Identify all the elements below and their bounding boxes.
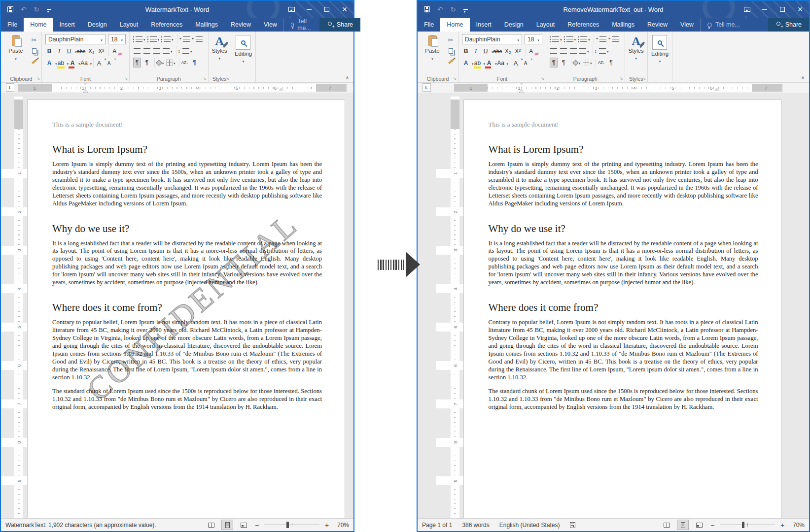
- text-effects-button[interactable]: A: [462, 58, 470, 68]
- word-count-status[interactable]: 386 words: [462, 522, 489, 529]
- tab-selector-button[interactable]: [6, 83, 14, 92]
- bullets-button[interactable]: [133, 34, 145, 44]
- show-paragraph-marks-button[interactable]: ¶: [607, 58, 615, 67]
- underline-button[interactable]: U: [65, 46, 73, 56]
- styles-button[interactable]: A Styles: [629, 34, 644, 61]
- align-right-button[interactable]: [569, 46, 577, 56]
- line-spacing-button[interactable]: [178, 46, 192, 56]
- zoom-slider[interactable]: [264, 525, 319, 525]
- copy-button[interactable]: [447, 46, 455, 56]
- sort-button[interactable]: AZ↓: [598, 58, 605, 67]
- underline-button[interactable]: U: [482, 46, 490, 56]
- ribbon-tab[interactable]: References: [561, 18, 605, 32]
- align-center-button[interactable]: [560, 46, 567, 56]
- font-color-button[interactable]: A: [485, 58, 493, 68]
- ribbon-tab[interactable]: Review: [224, 18, 257, 32]
- collapse-ribbon-icon[interactable]: [801, 75, 805, 80]
- zoom-level[interactable]: 70%: [790, 522, 805, 529]
- clipboard-dialog-launcher-icon[interactable]: [453, 76, 457, 81]
- paste-button[interactable]: Paste: [421, 34, 444, 66]
- font-color-button[interactable]: A: [69, 58, 76, 68]
- format-painter-button[interactable]: [447, 57, 455, 66]
- font-size-select[interactable]: 18: [525, 34, 542, 44]
- increase-indent-button[interactable]: [608, 34, 619, 44]
- styles-dialog-launcher-icon[interactable]: [642, 76, 646, 81]
- grow-font-button[interactable]: A: [512, 58, 520, 68]
- zoom-slider[interactable]: [720, 525, 775, 525]
- tab-selector-button[interactable]: [423, 83, 431, 92]
- ribbon-tab[interactable]: Insert: [470, 18, 498, 32]
- borders-button[interactable]: [583, 58, 592, 67]
- line-spacing-button[interactable]: [595, 46, 609, 56]
- left-to-right-button[interactable]: ¶: [550, 58, 558, 67]
- numbering-button[interactable]: [147, 34, 160, 44]
- font-name-select[interactable]: DauphinPlain: [45, 34, 106, 44]
- ribbon-tab[interactable]: View: [257, 18, 283, 32]
- zoom-level[interactable]: 70%: [334, 522, 349, 529]
- multilevel-list-button[interactable]: [161, 34, 174, 44]
- ribbon-tab[interactable]: File: [418, 18, 440, 32]
- strikethrough-button[interactable]: abc: [493, 46, 502, 56]
- minimize-button[interactable]: [756, 1, 774, 18]
- ribbon-tab[interactable]: Mailings: [605, 18, 641, 32]
- web-layout-button[interactable]: [238, 520, 249, 530]
- restore-button[interactable]: [318, 1, 336, 18]
- chevron-down-icon[interactable]: [90, 60, 92, 66]
- grow-font-button[interactable]: A: [95, 58, 103, 68]
- ribbon-tab[interactable]: Home: [24, 18, 53, 32]
- chevron-down-icon[interactable]: [507, 60, 509, 66]
- paragraph-dialog-launcher-icon[interactable]: [203, 76, 207, 81]
- align-right-button[interactable]: [153, 46, 161, 56]
- change-case-button[interactable]: Aa: [80, 58, 88, 68]
- right-to-left-button[interactable]: ¶: [143, 58, 151, 67]
- decrease-indent-button[interactable]: [179, 34, 190, 44]
- ribbon-tab[interactable]: Design: [81, 18, 113, 32]
- cut-button[interactable]: [30, 35, 38, 45]
- font-size-select[interactable]: 18: [108, 34, 126, 44]
- share-button[interactable]: Share: [319, 18, 360, 32]
- justify-button[interactable]: [163, 46, 173, 56]
- text-effects-button[interactable]: A: [45, 58, 53, 68]
- align-center-button[interactable]: [143, 46, 151, 56]
- tell-me-box[interactable]: Tell me...: [283, 18, 319, 32]
- ribbon-display-options-button[interactable]: [282, 1, 300, 18]
- paragraph-dialog-launcher-icon[interactable]: [620, 76, 623, 81]
- cut-button[interactable]: [447, 35, 455, 45]
- document-page[interactable]: This is a sample document! What is Lorem…: [463, 100, 781, 518]
- superscript-button[interactable]: X²: [97, 46, 105, 56]
- font-dialog-launcher-icon[interactable]: [541, 76, 544, 81]
- align-left-button[interactable]: [550, 46, 558, 56]
- clear-formatting-button[interactable]: A: [110, 46, 118, 56]
- font-dialog-launcher-icon[interactable]: [124, 76, 128, 81]
- ribbon-tab[interactable]: Layout: [113, 18, 145, 32]
- subscript-button[interactable]: X₂: [87, 46, 95, 56]
- web-layout-button[interactable]: [693, 520, 705, 530]
- font-name-select[interactable]: DauphinPlain: [462, 34, 522, 44]
- borders-button[interactable]: [166, 58, 176, 67]
- document-page[interactable]: CONFIDENTIAL This is a sample document! …: [27, 100, 345, 518]
- styles-dialog-launcher-icon[interactable]: [226, 76, 229, 81]
- editing-button[interactable]: Editing: [235, 34, 252, 64]
- close-button[interactable]: [791, 1, 809, 18]
- text-highlight-button[interactable]: ab: [57, 58, 65, 68]
- strikethrough-button[interactable]: abc: [77, 46, 86, 56]
- show-paragraph-marks-button[interactable]: ¶: [191, 58, 199, 67]
- minimize-button[interactable]: [300, 1, 318, 18]
- read-mode-button[interactable]: [661, 520, 672, 530]
- increase-indent-button[interactable]: [192, 34, 203, 44]
- ribbon-tab[interactable]: Design: [498, 18, 530, 32]
- left-to-right-button[interactable]: ¶: [133, 58, 141, 67]
- shading-button[interactable]: [573, 58, 581, 67]
- ribbon-tab[interactable]: Insert: [53, 18, 81, 32]
- ribbon-tab[interactable]: References: [144, 18, 189, 32]
- multilevel-list-button[interactable]: [578, 34, 590, 44]
- shading-button[interactable]: [156, 58, 164, 67]
- ribbon-display-options-button[interactable]: [738, 1, 756, 18]
- zoom-out-button[interactable]: −: [254, 521, 260, 529]
- sort-button[interactable]: AZ↓: [181, 58, 189, 67]
- format-painter-button[interactable]: [30, 57, 38, 66]
- zoom-in-button[interactable]: +: [324, 521, 330, 529]
- find-button[interactable]: [652, 35, 667, 50]
- right-to-left-button[interactable]: ¶: [560, 58, 567, 67]
- styles-button[interactable]: A Styles: [212, 34, 227, 61]
